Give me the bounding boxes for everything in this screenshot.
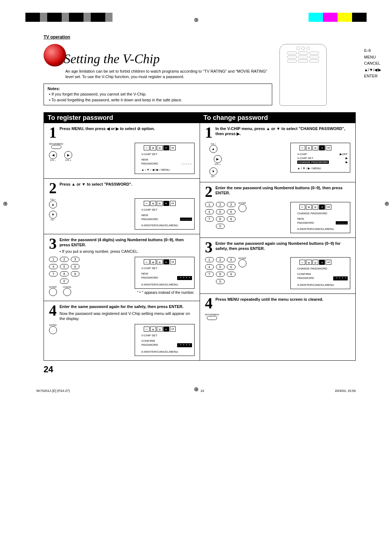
step-number: 2 — [205, 185, 213, 199]
remote-buttons: ENTER — [49, 324, 57, 335]
footer-left: 5K70201A [E] (P24-27) — [36, 389, 70, 393]
remote-buttons: SETUP/MENU — [205, 313, 219, 320]
osd-screen: ▭▤▥⊘AB CHANGE PASSWORD CONFIRM PASSWORD:… — [290, 257, 350, 289]
osd-hint: ▲ / ▼ / ◀ / ▶ / MENU — [137, 168, 192, 171]
osd-title: CHANGE PASSWORD — [293, 267, 348, 270]
intro-text: An age limitation can be set to forbid c… — [65, 69, 272, 80]
remote-illustration — [279, 44, 327, 106]
column-heading: To register password — [44, 113, 200, 123]
button-label: CH – — [209, 175, 217, 178]
step-text: Enter the same password again using Numb… — [216, 241, 341, 251]
page-title: Setting the V-Chip — [64, 51, 160, 66]
step-text: Press ▲ or ▼ to select "PASSWORD". — [60, 182, 132, 186]
globe-icon — [44, 44, 66, 66]
footer-center: 24 — [200, 389, 204, 393]
osd-title: V-CHIP SET — [137, 334, 192, 337]
osd-hint: 0-9/ENTER/CANCEL/MENU — [137, 350, 192, 353]
page-number: 24 — [44, 364, 356, 374]
osd-hint: 0-9/ENTER/CANCEL/MENU — [293, 227, 348, 231]
column-heading: To change password — [200, 113, 356, 123]
step-number: 1 — [205, 126, 213, 140]
step-number: 3 — [205, 241, 213, 255]
step-b2: 2 Enter the new password using Numbered … — [200, 182, 356, 238]
remote-buttons: 123 456 789 0 ENTER CANCEL — [49, 257, 79, 296]
registration-mark-top: ⊕ — [194, 16, 199, 23]
osd-screen: ▭▤▥⊘AB V-CHIP SET CONFIRM PASSWORD: ＊＊＊＊… — [135, 324, 195, 356]
osd-title: V-CHIP SET — [137, 153, 192, 156]
note-item: To avoid forgetting the password, write … — [49, 97, 268, 103]
notes-heading: Notes: — [48, 86, 268, 92]
step-b1: 1 In the V-CHIP menu, press ▲ or ▼ to se… — [200, 123, 356, 182]
remote-buttons: 123 456 789 0 ENTER — [205, 202, 246, 229]
step-note: If you put a wrong number, press CANCEL. — [62, 249, 139, 254]
remote-labels: 0–9 MENU CANCEL ▲/▼/◀/▶ ENTER — [364, 48, 381, 80]
osd-title: V-CHIP SET — [137, 208, 192, 211]
step-text: Press MENU repeatedly until the menu scr… — [216, 297, 323, 301]
notes-box: Notes: If you forget the password, you c… — [44, 84, 272, 105]
registration-mark-right: ⊕ — [384, 200, 389, 207]
step-number: 2 — [49, 182, 57, 195]
color-bar-left — [25, 13, 113, 22]
step-text: Press MENU, then press ◀ or ▶ to select … — [60, 126, 155, 131]
remote-label: 0–9 — [364, 48, 381, 54]
osd-hint: ▲ / ▼ / ▶ / MENU — [293, 167, 348, 170]
remote-buttons: CH +▲ ▶VOL + ▼CH – — [205, 143, 222, 178]
step-text: In the V-CHIP menu, press ▲ or ▼ to sele… — [216, 126, 346, 136]
step-a2: 2 Press ▲ or ▼ to select "PASSWORD". CH … — [44, 179, 200, 234]
step-number: 4 — [49, 304, 57, 318]
button-label: SETUP/MENU — [49, 143, 63, 145]
step-a4: 4 Enter the same password again for the … — [44, 301, 200, 360]
step-b4: 4 Press MENU repeatedly until the menu s… — [200, 294, 356, 324]
step-number: 4 — [205, 297, 213, 311]
note-item: If you forget the password, you cannot s… — [49, 92, 268, 97]
osd-hint: 0-9/ENTER/CANCEL/MENU — [293, 283, 348, 287]
star-note: "＊" appears instead of the number. — [135, 290, 195, 295]
step-text: Enter the new password using Numbered bu… — [216, 186, 343, 195]
button-label: CH – — [49, 219, 57, 221]
remote-label: ▲/▼/◀/▶ — [364, 67, 381, 73]
step-a1: 1 Press MENU, then press ◀ or ▶ to selec… — [44, 123, 200, 179]
button-label: CH + — [209, 143, 217, 145]
button-label: VOL + — [64, 159, 72, 161]
registration-mark-left: ⊕ — [3, 200, 8, 207]
button-label: VOL + — [214, 163, 222, 165]
step-number: 1 — [49, 126, 57, 140]
step-a3: 3 Enter the password (4 digits) using Nu… — [44, 234, 200, 301]
osd-screen: ▭▤▥⊘AB V-CHIP▶OFF V-CHIP SET▶ CHANGE PAS… — [290, 143, 350, 173]
osd-hint: 0-9/ENTER/CANCEL/MENU — [137, 224, 192, 227]
step-note: Now the password was registered and V-Ch… — [60, 311, 195, 321]
osd-screen: ▭▤▥⊘AB CHANGE PASSWORD NEW PASSWORD: – –… — [290, 202, 350, 233]
osd-screen: ▭▤▥⊘AB V-CHIP SET NEW PASSWORD: – – – – … — [135, 143, 195, 174]
remote-label: CANCEL — [364, 60, 381, 67]
osd-hint: 0-9/ENTER/CANCEL/MENU — [137, 283, 192, 286]
step-b3: 3 Enter the same password again using Nu… — [200, 238, 356, 294]
button-label: ENTER — [238, 202, 246, 204]
remote-label: ENTER — [364, 73, 381, 80]
step-number: 3 — [49, 237, 57, 251]
button-label: VOL – — [49, 159, 57, 161]
osd-title: CHANGE PASSWORD — [293, 212, 348, 215]
osd-screen: ▭▤▥⊘AB V-CHIP SET NEW PASSWORD: ＊＊＊＊ 0-9… — [135, 257, 195, 289]
remote-label: MENU — [364, 54, 381, 61]
button-label: CH + — [49, 198, 57, 200]
osd-screen: ▭▤▥⊘AB V-CHIP SET NEW PASSWORD: – – – – … — [135, 198, 195, 230]
osd-title: V-CHIP SET — [137, 267, 192, 270]
register-password-column: To register password 1 Press MENU, then … — [44, 112, 200, 361]
section-label: TV operation — [44, 35, 356, 40]
button-label: SETUP/MENU — [205, 313, 219, 316]
remote-buttons: 123 456 789 0 ENTER — [205, 257, 246, 284]
step-text: Enter the password (4 digits) using Numb… — [60, 238, 184, 247]
step-text: Enter the same password again for the sa… — [60, 304, 184, 309]
color-bar-right — [309, 13, 367, 22]
registration-mark-bottom: ⊕ — [194, 386, 199, 393]
remote-buttons: SETUP/MENU ◀VOL – ▶VOL + — [49, 143, 72, 161]
change-password-column: To change password 1 In the V-CHIP menu,… — [200, 112, 356, 361]
footer-right: 20/4/04, 15:59 — [335, 389, 356, 393]
remote-buttons: CH +▲ ▼CH – — [49, 198, 57, 221]
